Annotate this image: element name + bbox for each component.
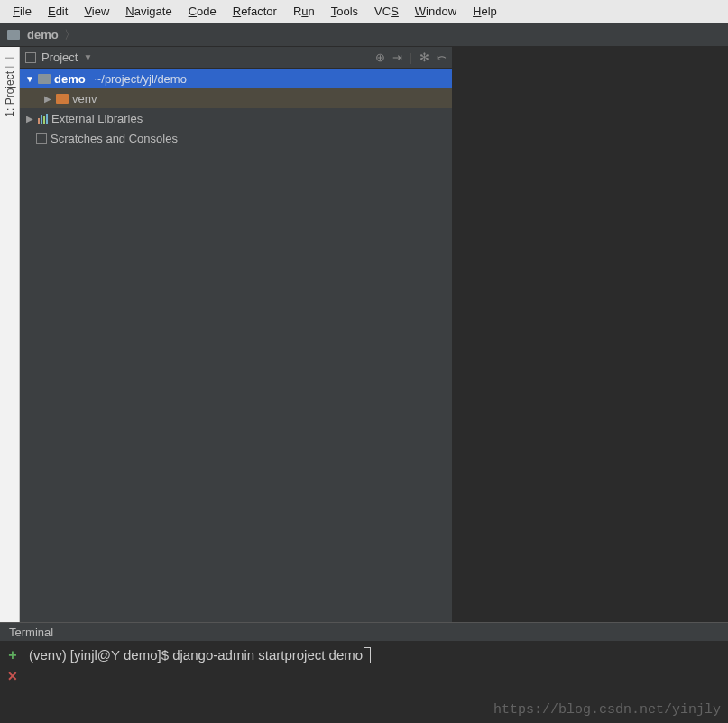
terminal-header[interactable]: Terminal bbox=[0, 622, 728, 642]
settings-gear-icon[interactable]: ✻ bbox=[419, 51, 429, 64]
chevron-right-icon: 〉 bbox=[64, 27, 76, 43]
main-menu-bar: File Edit View Navigate Code Refactor Ru… bbox=[0, 0, 728, 23]
tree-node-venv[interactable]: ▶ venv bbox=[20, 88, 452, 108]
dropdown-chevron-icon[interactable]: ▼ bbox=[83, 52, 92, 62]
folder-icon bbox=[38, 74, 51, 84]
menu-run[interactable]: Run bbox=[286, 3, 322, 20]
menu-tools[interactable]: Tools bbox=[324, 3, 365, 20]
close-session-icon[interactable]: ✕ bbox=[7, 669, 18, 683]
project-panel: Project ▼ ⊕ ⇥ | ✻ ⤺ ▼ demo ~/project/yjl… bbox=[20, 47, 453, 622]
tree-node-path: ~/project/yjl/demo bbox=[95, 72, 187, 86]
project-tree: ▼ demo ~/project/yjl/demo ▶ venv ▶ Exter… bbox=[20, 69, 452, 622]
content-area: Project ▼ ⊕ ⇥ | ✻ ⤺ ▼ demo ~/project/yjl… bbox=[20, 47, 728, 622]
menu-code[interactable]: Code bbox=[181, 3, 224, 20]
library-icon bbox=[38, 113, 48, 124]
menu-edit[interactable]: Edit bbox=[41, 3, 75, 20]
tree-node-label: venv bbox=[72, 92, 97, 106]
terminal-panel: + ✕ (venv) [yinjl@Y demo]$ django-admin … bbox=[0, 642, 728, 723]
folder-icon bbox=[56, 94, 69, 104]
editor-area bbox=[453, 47, 728, 622]
hide-panel-icon[interactable]: ⤺ bbox=[437, 51, 447, 64]
terminal-line: (venv) [yinjl@Y demo]$ django-admin star… bbox=[29, 647, 363, 663]
project-tab-icon bbox=[5, 58, 14, 68]
menu-view[interactable]: View bbox=[77, 3, 116, 20]
tree-node-scratches[interactable]: Scratches and Consoles bbox=[20, 128, 452, 148]
terminal-toolbar: + ✕ bbox=[0, 642, 25, 723]
menu-navigate[interactable]: Navigate bbox=[118, 3, 179, 20]
tree-node-label: Scratches and Consoles bbox=[51, 132, 178, 145]
project-panel-title[interactable]: Project bbox=[41, 51, 78, 64]
terminal-cursor bbox=[364, 647, 371, 663]
expand-arrow-icon[interactable]: ▼ bbox=[25, 74, 34, 84]
new-session-icon[interactable]: + bbox=[8, 647, 16, 663]
collapse-all-icon[interactable]: ⇥ bbox=[392, 51, 402, 64]
expand-arrow-icon[interactable]: ▶ bbox=[25, 114, 34, 124]
terminal-title: Terminal bbox=[9, 626, 53, 639]
left-tool-gutter: 1: Project bbox=[0, 47, 20, 622]
menu-file[interactable]: File bbox=[5, 3, 39, 20]
project-panel-tools: ⊕ ⇥ | ✻ ⤺ bbox=[375, 51, 447, 64]
menu-refactor[interactable]: Refactor bbox=[226, 3, 284, 20]
menu-vcs[interactable]: VCS bbox=[367, 3, 406, 20]
main-content-row: 1: Project Project ▼ ⊕ ⇥ | ✻ ⤺ ▼ bbox=[0, 47, 728, 622]
locate-icon[interactable]: ⊕ bbox=[375, 51, 385, 64]
watermark-text: https://blog.csdn.net/yinjly bbox=[493, 702, 721, 718]
tree-node-label: External Libraries bbox=[51, 112, 143, 125]
tree-node-root[interactable]: ▼ demo ~/project/yjl/demo bbox=[20, 69, 452, 88]
folder-icon bbox=[7, 30, 20, 40]
menu-window[interactable]: Window bbox=[408, 3, 464, 20]
menu-help[interactable]: Help bbox=[465, 3, 504, 20]
tree-node-external-libs[interactable]: ▶ External Libraries bbox=[20, 108, 452, 128]
expand-arrow-icon[interactable]: ▶ bbox=[43, 94, 52, 104]
separator: | bbox=[410, 51, 412, 64]
breadcrumb-item[interactable]: demo bbox=[27, 28, 59, 42]
project-tab-label: 1: Project bbox=[4, 71, 16, 117]
project-tool-tab[interactable]: 1: Project bbox=[4, 52, 16, 123]
scratch-icon bbox=[36, 133, 47, 144]
terminal-body[interactable]: (venv) [yinjl@Y demo]$ django-admin star… bbox=[25, 642, 728, 723]
breadcrumb-bar: demo 〉 bbox=[0, 23, 728, 47]
project-panel-header: Project ▼ ⊕ ⇥ | ✻ ⤺ bbox=[20, 47, 452, 69]
tree-node-label: demo bbox=[54, 72, 86, 86]
project-view-icon[interactable] bbox=[25, 52, 36, 63]
